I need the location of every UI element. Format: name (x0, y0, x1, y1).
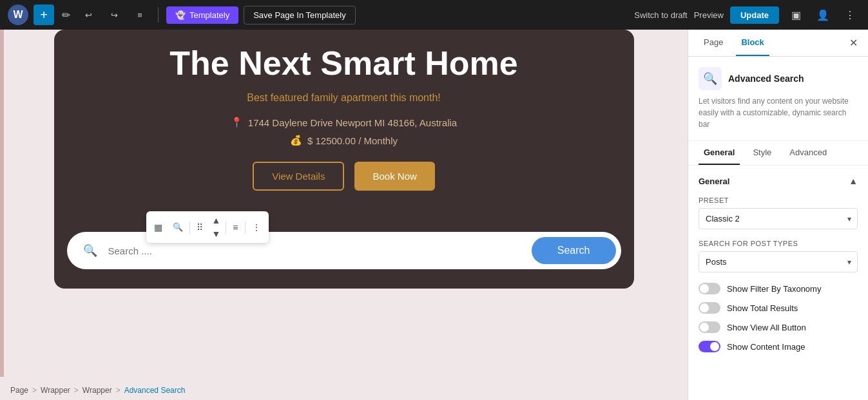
search-button[interactable]: Search (532, 237, 616, 264)
move-up-button[interactable]: ▲ (208, 214, 225, 227)
toggle-content-image-switch[interactable] (699, 341, 720, 352)
canvas-inner: The Next Smart Home Best featured family… (0, 30, 688, 381)
templately-label: Templately (189, 10, 229, 20)
toolbar-separator-3 (245, 221, 246, 234)
search-block-icon: 🔍 (173, 222, 183, 232)
block-toolbar: ▦ 🔍 ⠿ ▲ ▼ ≡ (146, 211, 269, 243)
toggle-filter-taxonomy-label: Show Filter By Taxonomy (727, 284, 821, 294)
block-info-title: Advanced Search (728, 73, 804, 84)
book-now-button[interactable]: Book Now (354, 162, 434, 191)
block-info: 🔍 Advanced Search Let visitors find any … (688, 57, 868, 141)
breadcrumb-wrapper-1[interactable]: Wrapper (41, 386, 70, 395)
toggle-filter-taxonomy: Show Filter By Taxonomy (699, 283, 858, 294)
block-info-description: Let visitors find any content on your we… (699, 95, 858, 130)
sidebar-tab-block[interactable]: Block (736, 30, 769, 56)
move-down-button[interactable]: ▼ (208, 227, 225, 240)
price-icon: 💰 (290, 135, 302, 146)
panel-tab-advanced[interactable]: Advanced (784, 141, 832, 165)
view-details-button[interactable]: View Details (253, 162, 344, 191)
avatar-icon: 👤 (816, 9, 829, 21)
preset-select-wrapper: Classic 1 Classic 2 Classic 3 ▾ (699, 208, 858, 229)
toggle-filter-taxonomy-switch[interactable] (699, 283, 720, 294)
section-collapse-button[interactable]: ▲ (849, 176, 858, 186)
drag-handle-button[interactable]: ⠿ (191, 218, 208, 236)
toolbar-separator-2 (226, 221, 226, 234)
panel-tab-general[interactable]: General (699, 141, 740, 165)
toggle-content-image: Show Content Image (699, 341, 858, 352)
redo-button[interactable]: ↪ (104, 5, 124, 25)
breadcrumb-wrapper-2[interactable]: Wrapper (82, 386, 112, 395)
breadcrumb-sep-3: > (116, 386, 121, 395)
preview-button[interactable]: Preview (694, 10, 724, 20)
block-type-icon: ▦ (154, 222, 162, 233)
toggle-content-image-label: Show Content Image (727, 342, 805, 352)
breadcrumb-page[interactable]: Page (10, 386, 28, 395)
more-options-button[interactable]: ⋮ (840, 5, 860, 25)
layout-icon-button[interactable]: ▣ (786, 5, 806, 25)
scroll-indicator (0, 30, 4, 377)
panel-section-general: General ▲ Preset Classic 1 Classic 2 Cla… (688, 166, 868, 370)
templately-icon: 👻 (175, 10, 186, 20)
search-for-select[interactable]: Posts Pages Products (699, 251, 858, 272)
wp-logo-icon[interactable]: W (8, 5, 28, 25)
toggle-total-results-label: Show Total Results (727, 303, 798, 313)
edit-mode-button[interactable]: ✏ (59, 6, 73, 24)
toggle-total-results: Show Total Results (699, 302, 858, 314)
hero-subtitle: Best featured family apartment this mont… (80, 92, 608, 104)
sidebar-tabs: Page Block ✕ (688, 30, 868, 57)
search-icon: 🔍 (80, 240, 101, 261)
search-for-field: Search For Post Types Posts Pages Produc… (699, 240, 858, 272)
topbar-right: Switch to draft Preview Update ▣ 👤 ⋮ (634, 5, 860, 25)
preset-field: Preset Classic 1 Classic 2 Classic 3 ▾ (699, 196, 858, 229)
toggle-view-all-switch[interactable] (699, 321, 720, 333)
section-title: General (699, 176, 729, 186)
section-header: General ▲ (699, 176, 858, 186)
up-down-buttons: ▲ ▼ (208, 214, 225, 240)
breadcrumb-sep-2: > (74, 386, 79, 395)
add-block-button[interactable]: + (34, 5, 54, 25)
list-view-button[interactable]: ≡ (130, 5, 150, 25)
more-options-icon: ⋮ (252, 222, 261, 233)
update-button[interactable]: Update (730, 6, 779, 24)
block-info-icon: 🔍 (699, 67, 722, 90)
drag-icon: ⠿ (197, 222, 203, 233)
block-info-header: 🔍 Advanced Search (699, 67, 858, 90)
sidebar-close-button[interactable]: ✕ (849, 37, 858, 49)
sidebar: Page Block ✕ 🔍 Advanced Search Let visit… (688, 30, 868, 400)
undo-button[interactable]: ↩ (78, 5, 99, 25)
canvas-block: The Next Smart Home Best featured family… (54, 30, 634, 289)
toolbar-separator (189, 221, 190, 234)
separator (158, 7, 159, 23)
search-for-label: Search For Post Types (699, 240, 858, 247)
align-icon: ≡ (233, 222, 238, 233)
breadcrumb-sep-1: > (32, 386, 37, 395)
more-block-options-button[interactable]: ⋮ (247, 218, 266, 236)
price-text: $ 12500.00 / Monthly (307, 135, 398, 146)
save-page-button[interactable]: Save Page In Templately (244, 6, 356, 24)
block-search-button[interactable]: 🔍 (168, 218, 188, 236)
toggle-view-all-button: Show View All Button (699, 321, 858, 333)
hero-address: 📍 1744 Daylene Drive Newport MI 48166, A… (80, 117, 608, 128)
toggle-total-results-switch[interactable] (699, 302, 720, 314)
canvas-content: The Next Smart Home Best featured family… (54, 30, 634, 232)
address-text: 1744 Daylene Drive Newport MI 48166, Aus… (248, 117, 457, 128)
search-input[interactable] (101, 245, 532, 256)
address-icon: 📍 (231, 117, 243, 128)
sidebar-tab-page[interactable]: Page (699, 30, 728, 56)
toggle-view-all-label: Show View All Button (727, 323, 806, 332)
switch-draft-button[interactable]: Switch to draft (634, 10, 687, 20)
avatar-button[interactable]: 👤 (813, 5, 833, 25)
block-type-button[interactable]: ▦ (149, 218, 168, 236)
breadcrumb: Page > Wrapper > Wrapper > Advanced Sear… (0, 381, 688, 400)
panel-tab-style[interactable]: Style (747, 141, 776, 165)
panel-tabs: General Style Advanced (688, 141, 868, 166)
hero-title: The Next Smart Home (80, 45, 608, 82)
advanced-search-icon: 🔍 (703, 71, 717, 86)
templately-button[interactable]: 👻 Templately (166, 6, 238, 24)
topbar: W + ✏ ↩ ↪ ≡ 👻 Templately Save Page In Te… (0, 0, 868, 30)
search-for-select-wrapper: Posts Pages Products ▾ (699, 251, 858, 272)
preset-label: Preset (699, 196, 858, 204)
preset-select[interactable]: Classic 1 Classic 2 Classic 3 (699, 208, 858, 229)
breadcrumb-advanced-search[interactable]: Advanced Search (124, 386, 186, 395)
align-button[interactable]: ≡ (227, 218, 243, 236)
